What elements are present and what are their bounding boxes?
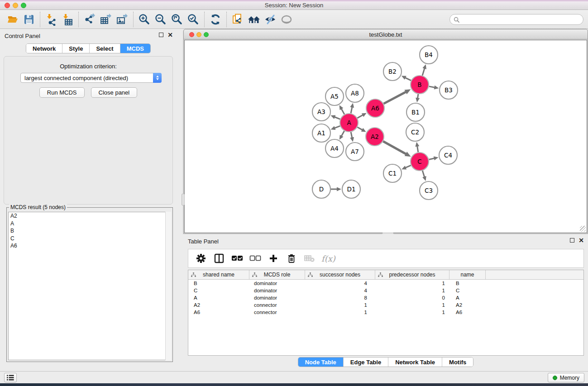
task-history-button[interactable] [4, 373, 17, 382]
column-header-predecessor-nodes[interactable]: predecessor nodes [375, 270, 449, 279]
mcds-result-list[interactable]: A2ABCA6 [8, 212, 171, 360]
table-cell: dominator [249, 281, 305, 286]
graph-edge[interactable] [405, 77, 411, 81]
tab-style[interactable]: Style [62, 44, 90, 53]
deselect-all-rows-icon[interactable] [246, 250, 264, 267]
graph-edge[interactable] [351, 132, 352, 138]
tab-mcds[interactable]: MCDS [120, 44, 150, 53]
tab-motifs[interactable]: Motifs [442, 357, 473, 367]
mcds-result-item[interactable]: A [9, 220, 171, 228]
graph-edge-arrowhead [422, 176, 426, 181]
graph-edge[interactable] [429, 158, 435, 160]
tab-network-table[interactable]: Network Table [388, 357, 442, 367]
tab-edge-table[interactable]: Edge Table [344, 357, 388, 367]
toggle-column-panel-icon[interactable] [210, 250, 228, 267]
zoom-selected-icon[interactable] [185, 11, 201, 28]
main-toolbar [0, 10, 588, 29]
mcds-tab-content: Optimization criterion: largest connecte… [4, 56, 173, 205]
select-all-rows-icon[interactable] [228, 250, 246, 267]
table-settings-gear-icon[interactable] [192, 250, 210, 267]
network-canvas[interactable]: B4B2BB3A5A8A6B1A3AC2A1A2A4A7C4CC1DD1C3 [184, 40, 587, 233]
import-network-icon[interactable] [43, 11, 59, 28]
zoom-out-icon[interactable] [153, 11, 169, 28]
optimization-criterion-select[interactable]: largest connected component (directed) [20, 73, 162, 83]
tab-select[interactable]: Select [90, 44, 120, 53]
graph-edge[interactable] [422, 171, 425, 177]
table-row[interactable]: A6connector11A6 [188, 309, 583, 316]
run-mcds-button[interactable]: Run MCDS [39, 87, 85, 98]
graph-edge[interactable] [334, 126, 340, 128]
show-all-networks-icon[interactable] [246, 11, 262, 28]
search-field[interactable] [449, 14, 583, 25]
graph-edge[interactable] [384, 91, 406, 104]
graph-edge[interactable] [422, 68, 425, 76]
export-table-icon[interactable] [98, 11, 114, 28]
graph-edge[interactable] [405, 165, 411, 168]
column-header-MCDS-role[interactable]: MCDS role [249, 270, 305, 279]
column-header-name[interactable]: name [449, 270, 486, 279]
graph-edge[interactable] [357, 127, 363, 130]
zoom-in-icon[interactable] [136, 11, 153, 28]
zoom-fit-icon[interactable] [169, 11, 185, 28]
tab-node-table[interactable]: Node Table [298, 357, 344, 367]
close-table-panel-icon[interactable]: ✕ [578, 238, 584, 243]
table-row[interactable]: Cdominator41C [188, 287, 583, 294]
delete-table-icon[interactable] [301, 250, 319, 267]
mcds-result-scrollbar[interactable] [165, 212, 171, 360]
apply-layout-icon[interactable] [207, 11, 224, 28]
export-network-icon[interactable] [81, 11, 98, 28]
mcds-result-item[interactable]: B [9, 227, 171, 235]
panel-splitter-handle[interactable] [182, 194, 185, 205]
create-column-icon[interactable] [264, 250, 282, 267]
delete-column-trash-icon[interactable] [282, 250, 301, 267]
save-session-icon[interactable] [21, 11, 37, 28]
node-table[interactable]: shared nameMCDS rolesuccessor nodesprede… [188, 270, 584, 356]
search-input[interactable] [462, 16, 583, 23]
table-cell: A6 [449, 310, 486, 315]
table-row[interactable]: A2connector11A2 [188, 301, 583, 309]
network-view-window: testGlobe.txt B4B2BB3A5A8A6B1A3AC2A1A2A4… [183, 29, 588, 234]
mcds-result-item[interactable]: A2 [9, 212, 171, 220]
network-window-titlebar[interactable]: testGlobe.txt [184, 29, 588, 39]
graph-edge[interactable] [357, 114, 363, 118]
table-row[interactable]: Adominator80A [188, 294, 583, 301]
import-table-icon[interactable] [59, 11, 76, 28]
memory-button[interactable]: Memory [548, 373, 584, 382]
new-network-from-selection-icon[interactable] [229, 11, 246, 28]
hide-graphics-details-icon[interactable] [262, 11, 278, 28]
table-cell: connector [249, 310, 305, 315]
column-header-successor-nodes[interactable]: successor nodes [305, 270, 375, 279]
function-builder-icon[interactable]: f(x) [321, 254, 335, 263]
table-cell: C [449, 288, 486, 293]
table-cell: 1 [305, 302, 375, 308]
graph-edge[interactable] [341, 108, 344, 114]
float-table-panel-icon[interactable] [570, 238, 574, 243]
column-header-shared-name[interactable]: shared name [188, 270, 249, 279]
open-session-icon[interactable] [5, 11, 21, 28]
export-image-icon[interactable] [114, 11, 130, 28]
eye-icon[interactable] [278, 11, 295, 28]
tab-network[interactable]: Network [26, 44, 62, 53]
graph-edge[interactable] [429, 86, 435, 88]
graph-edge[interactable] [341, 131, 344, 137]
mcds-result-item[interactable]: C [9, 235, 171, 243]
table-cell: dominator [249, 288, 305, 293]
graph-node-label: D [319, 186, 324, 193]
window-resize-grip[interactable] [580, 226, 586, 232]
table-cell: A [188, 295, 249, 300]
graph-edge[interactable] [334, 117, 340, 119]
graph-edge[interactable] [417, 146, 418, 152]
mcds-result-item[interactable]: A6 [9, 242, 171, 250]
float-panel-icon[interactable] [159, 33, 163, 37]
graph-edge[interactable] [383, 141, 406, 154]
graph-node-label: B [417, 81, 421, 88]
graph-node-label: B3 [445, 86, 453, 94]
graph-edge[interactable] [351, 106, 352, 113]
desktop-background-strip [0, 383, 588, 386]
close-panel-icon[interactable]: ✕ [167, 33, 173, 37]
graph-node-label: A4 [330, 145, 339, 152]
graph-node-label: C3 [425, 187, 433, 194]
graph-node-label: A5 [330, 93, 339, 100]
close-panel-button[interactable]: Close panel [91, 87, 138, 98]
table-row[interactable]: Bdominator41B [188, 280, 583, 287]
